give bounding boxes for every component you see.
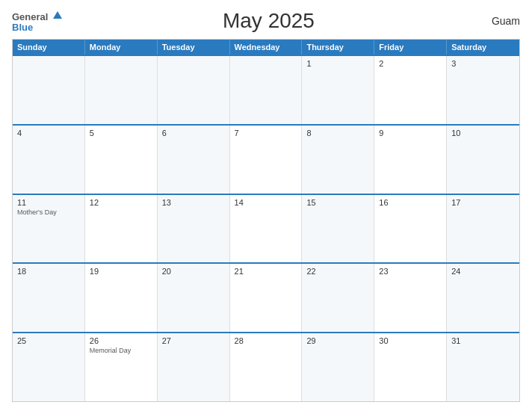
header-friday: Friday	[374, 40, 447, 55]
page: General Blue May 2025 Guam Sunday Monday…	[0, 0, 532, 411]
logo: General Blue	[12, 10, 62, 32]
day-cell: 13	[158, 195, 230, 263]
region-label: Guam	[475, 15, 520, 27]
header-wednesday: Wednesday	[230, 40, 303, 55]
day-cell: 25	[13, 333, 85, 401]
day-cell: 28	[230, 333, 303, 401]
day-cell: 24	[447, 264, 519, 332]
day-cell: 14	[230, 195, 303, 263]
week-row: 1 2 3	[13, 55, 519, 124]
header-saturday: Saturday	[447, 40, 519, 55]
header-tuesday: Tuesday	[158, 40, 230, 55]
day-cell: 30	[374, 333, 447, 401]
day-cell: 16	[374, 195, 447, 263]
day-cell: 8	[302, 126, 374, 194]
day-cell: 27	[158, 333, 230, 401]
weeks: 1 2 3 4 5 6	[13, 55, 519, 401]
day-cell: 19	[85, 264, 158, 332]
day-headers-row: Sunday Monday Tuesday Wednesday Thursday…	[13, 40, 519, 55]
day-cell: 20	[158, 264, 230, 332]
week-row: 18 19 20 21 22 23 24	[13, 262, 519, 332]
day-cell: 10	[447, 126, 519, 194]
day-cell: 26 Memorial Day	[85, 333, 158, 401]
day-cell: 5	[85, 126, 158, 194]
calendar-title: May 2025	[62, 9, 475, 33]
day-cell: 23	[374, 264, 447, 332]
week-row: 4 5 6 7 8 9 10	[13, 124, 519, 194]
day-cell: 15	[302, 195, 374, 263]
day-cell: 9	[374, 126, 447, 194]
day-cell: 31	[447, 333, 519, 401]
day-cell	[85, 56, 158, 124]
day-cell: 4	[13, 126, 85, 194]
day-cell: 12	[85, 195, 158, 263]
header-monday: Monday	[85, 40, 158, 55]
day-cell: 7	[230, 126, 303, 194]
header: General Blue May 2025 Guam	[12, 9, 520, 33]
day-cell: 29	[302, 333, 374, 401]
day-cell: 11 Mother's Day	[13, 195, 85, 263]
logo-general: General	[12, 10, 62, 22]
header-thursday: Thursday	[302, 40, 374, 55]
day-cell: 21	[230, 264, 303, 332]
day-cell: 1	[302, 56, 374, 124]
day-cell: 18	[13, 264, 85, 332]
day-cell: 17	[447, 195, 519, 263]
calendar: Sunday Monday Tuesday Wednesday Thursday…	[12, 39, 520, 402]
day-cell: 3	[447, 56, 519, 124]
week-row: 11 Mother's Day 12 13 14 15 16	[13, 194, 519, 263]
week-row: 25 26 Memorial Day 27 28 29 30	[13, 332, 519, 401]
logo-triangle-icon	[53, 11, 62, 19]
day-cell	[230, 56, 303, 124]
logo-blue: Blue	[12, 22, 62, 32]
day-cell: 6	[158, 126, 230, 194]
day-cell: 22	[302, 264, 374, 332]
day-cell	[158, 56, 230, 124]
day-cell: 2	[374, 56, 447, 124]
header-sunday: Sunday	[13, 40, 85, 55]
day-cell	[13, 56, 85, 124]
